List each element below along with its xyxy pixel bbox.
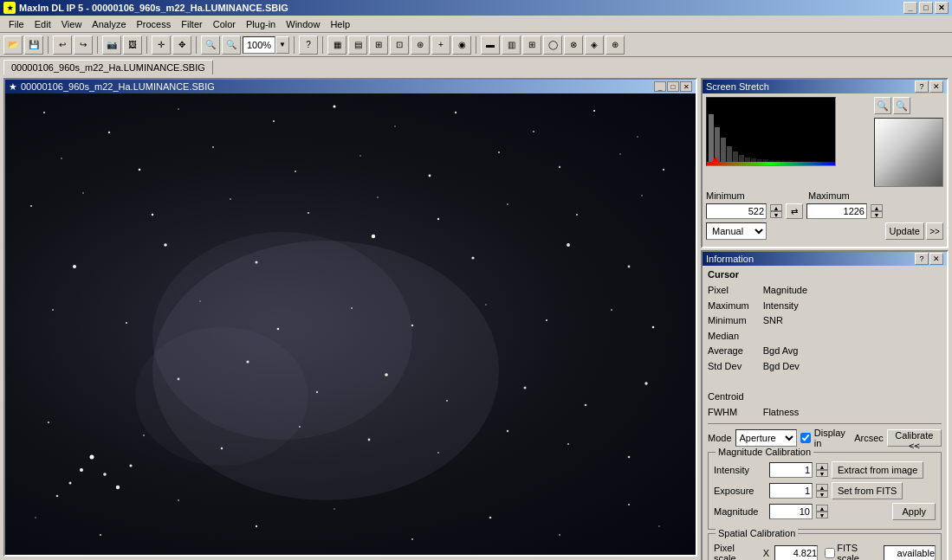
zoom-dropdown-arrow[interactable]: ▼: [275, 36, 289, 54]
svg-point-10: [61, 158, 62, 159]
information-close-button[interactable]: ✕: [929, 253, 943, 265]
image-tab[interactable]: 00000106_960s_m22_Ha.LUMINANCE.SBIG: [3, 60, 213, 74]
min-value-input[interactable]: [706, 203, 767, 219]
tool-m[interactable]: ◈: [585, 35, 604, 55]
tool-b[interactable]: ▤: [348, 35, 367, 55]
magnitude-spin-down[interactable]: ▼: [816, 512, 828, 518]
zoom-in-icon-button[interactable]: 🔍: [874, 97, 891, 114]
svg-point-21: [82, 192, 84, 194]
screen-stretch-close-button[interactable]: ✕: [929, 80, 943, 93]
mode-dropdown[interactable]: Aperture: [735, 429, 797, 447]
exposure-input[interactable]: [769, 483, 813, 499]
svg-point-1: [108, 132, 110, 133]
tool-a[interactable]: ▦: [327, 35, 346, 55]
image-close-button[interactable]: ✕: [680, 81, 692, 92]
histogram-color-bar: [707, 162, 835, 165]
tool-i[interactable]: ▥: [502, 35, 521, 55]
move-button[interactable]: ✥: [172, 35, 191, 55]
calibrate-button[interactable]: Calibrate <<: [887, 429, 942, 447]
tool-d[interactable]: ⊡: [390, 35, 409, 55]
zoom-icons: 🔍 🔍: [874, 97, 943, 114]
zoom-in-button[interactable]: 🔍: [201, 35, 220, 55]
pixel-scale-row: Pixel scale X FITS scale: [714, 543, 936, 560]
undo-button[interactable]: ↩: [53, 35, 72, 55]
tool-h[interactable]: ▬: [481, 35, 500, 55]
update-arrow-button[interactable]: >>: [926, 222, 943, 240]
pixel-scale-label: Pixel scale: [714, 543, 756, 560]
svg-point-63: [143, 434, 145, 436]
min-spin-up[interactable]: ▲: [770, 204, 782, 211]
image-button[interactable]: 🖼: [123, 35, 142, 55]
intensity-spin-down[interactable]: ▼: [816, 470, 828, 477]
svg-point-79: [628, 504, 630, 505]
close-button[interactable]: ✕: [935, 2, 949, 14]
open-button[interactable]: 📂: [3, 35, 23, 55]
preview-box: [874, 118, 943, 187]
tool-f[interactable]: +: [431, 35, 450, 55]
exposure-row: Exposure ▲ ▼ Set from FITS: [714, 482, 936, 499]
tab-label: 00000106_960s_m22_Ha.LUMINANCE.SBIG: [11, 62, 205, 73]
image-restore-button[interactable]: □: [667, 81, 679, 92]
tool-k[interactable]: ◯: [543, 35, 562, 55]
max-spin-down[interactable]: ▼: [871, 211, 883, 218]
empty-label-1: [763, 329, 807, 344]
magnitude-spin-up[interactable]: ▲: [816, 505, 828, 512]
zoom-input[interactable]: [243, 36, 275, 54]
zoom-out-button[interactable]: 🔍: [222, 35, 241, 55]
tool-e[interactable]: ⊛: [411, 35, 430, 55]
exposure-spin-up[interactable]: ▲: [816, 484, 828, 491]
maximize-button[interactable]: □: [919, 2, 933, 14]
intensity-spin-up[interactable]: ▲: [816, 463, 828, 470]
menu-process[interactable]: Process: [132, 17, 177, 31]
svg-point-56: [316, 391, 318, 393]
image-minimize-button[interactable]: _: [654, 81, 666, 92]
help-button[interactable]: ?: [299, 35, 318, 55]
menu-view[interactable]: View: [56, 17, 87, 31]
crosshair-button[interactable]: ✛: [152, 35, 171, 55]
tool-l[interactable]: ⊗: [564, 35, 583, 55]
zoom-box: ▼: [243, 36, 289, 54]
max-spin-up[interactable]: ▲: [871, 204, 883, 211]
menu-edit[interactable]: Edit: [29, 17, 56, 31]
apply-button[interactable]: Apply: [892, 503, 936, 520]
redo-button[interactable]: ↪: [74, 35, 93, 55]
tool-c[interactable]: ⊞: [369, 35, 388, 55]
screen-stretch-help-button[interactable]: ?: [915, 80, 929, 93]
save-button[interactable]: 💾: [24, 35, 43, 55]
minimize-button[interactable]: _: [903, 2, 917, 14]
menu-color[interactable]: Color: [208, 17, 241, 31]
tool-j[interactable]: ⊞: [522, 35, 541, 55]
menu-plugin[interactable]: Plug-in: [241, 17, 281, 31]
menu-file[interactable]: File: [3, 17, 29, 31]
exposure-spin-down[interactable]: ▼: [816, 491, 828, 498]
swap-button[interactable]: ⇄: [786, 203, 803, 219]
mode-select[interactable]: Manual: [706, 222, 767, 240]
zoom-out-icon-button[interactable]: 🔍: [893, 97, 910, 114]
set-from-fits-button[interactable]: Set from FITS: [832, 482, 903, 499]
update-button[interactable]: Update: [885, 222, 924, 240]
svg-point-45: [611, 309, 612, 311]
menu-help[interactable]: Help: [325, 17, 355, 31]
magnitude-input[interactable]: [769, 504, 813, 519]
min-spin-down[interactable]: ▼: [770, 211, 782, 218]
intensity-input[interactable]: [769, 462, 813, 478]
extract-from-image-button[interactable]: Extract from image: [832, 461, 923, 479]
display-arcsec-checkbox[interactable]: [800, 433, 811, 443]
fits-scale-checkbox[interactable]: [825, 548, 835, 558]
information-help-button[interactable]: ?: [915, 253, 929, 265]
max-value-input[interactable]: [806, 203, 867, 219]
pixel-label: Pixel: [708, 283, 749, 299]
menu-analyze[interactable]: Analyze: [87, 17, 131, 31]
screen-stretch-title-bar: Screen Stretch ? ✕: [703, 80, 947, 93]
magnitude-label: Magnitude: [763, 283, 807, 299]
star-field-svg: [5, 93, 696, 555]
pixel-scale-x-input[interactable]: [774, 545, 818, 560]
image-window-controls: _ □ ✕: [654, 81, 692, 92]
camera-button[interactable]: 📷: [102, 35, 121, 55]
app-window-controls: _ □ ✕: [903, 2, 949, 14]
menu-window[interactable]: Window: [281, 17, 325, 31]
tool-g[interactable]: ◉: [452, 35, 471, 55]
spatial-calibration-title: Spatial Calibration: [716, 528, 798, 538]
tool-n[interactable]: ⊕: [606, 35, 625, 55]
menu-filter[interactable]: Filter: [176, 17, 207, 31]
